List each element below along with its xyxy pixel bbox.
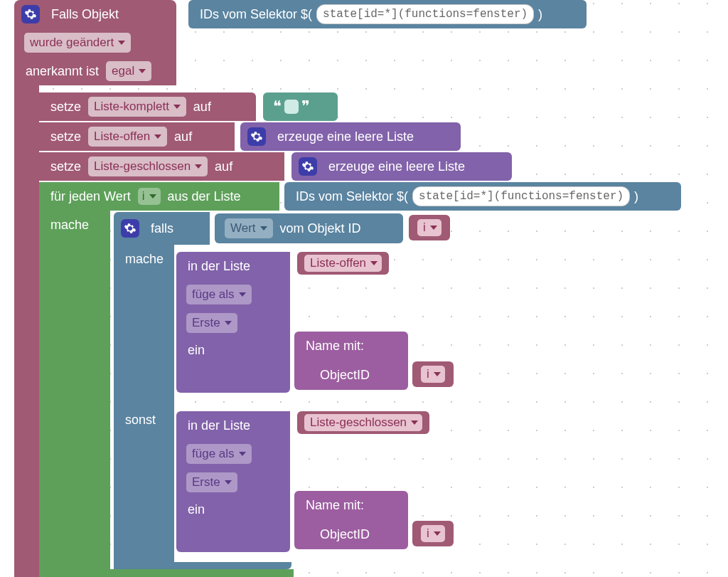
name-mit-label: Name mit: xyxy=(301,339,368,354)
close-paren-2: ) xyxy=(630,189,643,204)
empty-list-label: erzeuge eine leere Liste xyxy=(273,129,418,144)
green-bottom xyxy=(39,569,294,577)
auf-label: auf xyxy=(189,100,215,115)
string-input[interactable] xyxy=(284,100,299,114)
var-offen-dropdown[interactable]: Liste-offen xyxy=(88,127,167,147)
ids-selector-label-2: IDs vom Selektor $( xyxy=(291,189,412,204)
listop-2-row2: füge als xyxy=(176,440,290,468)
erste-dropdown-2[interactable]: Erste xyxy=(186,472,237,492)
selector-block-loop[interactable]: IDs vom Selektor $( state[id=*](function… xyxy=(284,182,681,211)
set-label-2: setze xyxy=(46,129,85,144)
gear-icon[interactable] xyxy=(247,127,266,146)
auf-label-2: auf xyxy=(170,129,196,144)
empty-list-block-1[interactable]: erzeuge eine leere Liste xyxy=(240,122,461,151)
listop-2-row3: Erste xyxy=(176,468,290,497)
fuge-als-dropdown[interactable]: füge als xyxy=(186,285,252,305)
loop-var-dropdown[interactable]: i xyxy=(138,188,161,205)
name-block-1-row2: ObjectID xyxy=(294,360,408,390)
auf-label-3: auf xyxy=(210,159,237,174)
gear-icon[interactable] xyxy=(121,219,139,238)
selector-input-loop[interactable]: state[id=*](functions=fenster) xyxy=(412,186,630,206)
var-geschlossen-dropdown[interactable]: Liste-geschlossen xyxy=(88,157,208,176)
falls-label: falls xyxy=(146,221,178,236)
open-quote-icon: ❝ xyxy=(270,97,284,116)
mache-label-row: mache xyxy=(39,211,110,239)
steel-bottom xyxy=(114,562,291,569)
name-block-2[interactable]: Name mit: xyxy=(294,491,408,519)
in-liste-label: in der Liste xyxy=(183,259,255,274)
gear-icon[interactable] xyxy=(299,157,317,176)
ein-label-2: ein xyxy=(183,502,209,517)
steel-spine-1 xyxy=(114,273,174,406)
gear-icon[interactable] xyxy=(21,5,40,23)
maroon-spine xyxy=(14,85,39,577)
foreach-label: für jeden Wert xyxy=(46,189,135,204)
listop-2-row4: ein xyxy=(176,497,290,552)
trigger-row2: wurde geändert xyxy=(14,28,176,57)
empty-list-block-2[interactable]: erzeuge eine leere Liste xyxy=(291,152,512,181)
objectid-label: ObjectID xyxy=(316,368,374,383)
steel-spine-2 xyxy=(114,434,174,562)
name-block-2-row2: ObjectID xyxy=(294,519,408,549)
var-pill-i-3[interactable]: i xyxy=(412,521,454,546)
trigger-row3: anerkannt ist egal xyxy=(14,57,176,85)
var-pill-i-2[interactable]: i xyxy=(412,361,454,387)
erste-dropdown[interactable]: Erste xyxy=(186,313,237,333)
listop-1-row3: Erste xyxy=(176,309,290,337)
ids-selector-label: IDs vom Selektor $( xyxy=(196,7,316,22)
listop-1-row2: füge als xyxy=(176,280,290,309)
ack-dropdown[interactable]: egal xyxy=(106,61,151,81)
listop-2-row1[interactable]: in der Liste xyxy=(176,411,290,440)
in-liste-label-2: in der Liste xyxy=(183,418,255,433)
condition-dropdown[interactable]: wurde geändert xyxy=(24,33,131,53)
if-mache-label: mache xyxy=(114,245,174,273)
target-offen-pill[interactable]: Liste-offen xyxy=(297,252,389,275)
var-pill-i-1[interactable]: i xyxy=(409,215,450,240)
close-quote-icon: ❞ xyxy=(299,97,313,116)
ack-label: anerkannt ist xyxy=(21,64,103,79)
wert-dropdown[interactable]: Wert xyxy=(225,218,273,238)
name-block-1[interactable]: Name mit: xyxy=(294,332,408,360)
selector-input[interactable]: state[id=*](functions=fenster) xyxy=(316,4,534,24)
mache-label: mache xyxy=(46,218,93,233)
selector-block-top[interactable]: IDs vom Selektor $( state[id=*](function… xyxy=(188,0,587,28)
set-komplett-block[interactable]: setze Liste-komplett auf xyxy=(39,92,256,121)
target-geschlossen-pill[interactable]: Liste-geschlossen xyxy=(297,411,429,434)
empty-list-label-2: erzeuge eine leere Liste xyxy=(324,159,469,174)
vom-objekt-label: vom Objekt ID xyxy=(276,221,365,236)
green-spine xyxy=(39,239,110,577)
sonst-label: sonst xyxy=(114,406,174,434)
listop-1-row4: ein xyxy=(176,337,290,393)
falls-objekt-label: Falls Objekt xyxy=(47,7,123,22)
set-geschlossen-block[interactable]: setze Liste-geschlossen auf xyxy=(39,152,284,181)
string-literal-block[interactable]: ❝ ❞ xyxy=(263,92,338,121)
set-label: setze xyxy=(46,100,85,115)
trigger-block[interactable]: Falls Objekt xyxy=(14,0,176,28)
set-offen-block[interactable]: setze Liste-offen auf xyxy=(39,122,235,151)
name-mit-label-2: Name mit: xyxy=(301,498,368,513)
listop-1-row1[interactable]: in der Liste xyxy=(176,252,290,280)
objectid-label-2: ObjectID xyxy=(316,527,374,542)
if-condition-block[interactable]: Wert vom Objekt ID xyxy=(215,213,403,243)
aus-liste-label: aus der Liste xyxy=(164,189,245,204)
foreach-block[interactable]: für jeden Wert i aus der Liste xyxy=(39,182,279,211)
ein-label: ein xyxy=(183,343,209,358)
fuge-als-dropdown-2[interactable]: füge als xyxy=(186,444,252,464)
if-block[interactable]: falls xyxy=(114,212,210,245)
close-paren: ) xyxy=(534,7,547,22)
set-label-3: setze xyxy=(46,159,85,174)
var-komplett-dropdown[interactable]: Liste-komplett xyxy=(88,97,186,117)
